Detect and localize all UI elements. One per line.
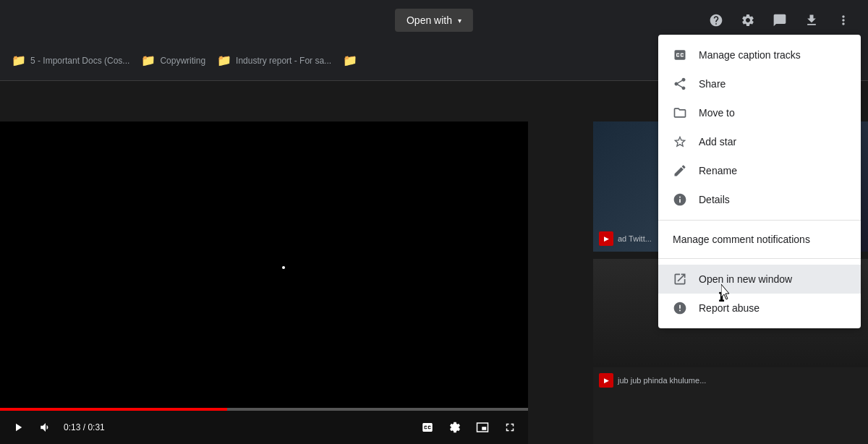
move-to-label: Move to bbox=[699, 107, 735, 119]
manage-comments-label: Manage comment notifications bbox=[673, 234, 810, 245]
menu-item-add-star[interactable]: Add star bbox=[658, 127, 861, 156]
details-label: Details bbox=[699, 194, 730, 205]
manage-caption-label: Manage caption tracks bbox=[699, 49, 801, 61]
menu-item-open-new-window[interactable]: Open in new window bbox=[658, 265, 861, 294]
move-to-icon bbox=[673, 106, 687, 120]
open-new-window-label: Open in new window bbox=[699, 273, 792, 285]
menu-item-report-abuse[interactable]: Report abuse bbox=[658, 294, 861, 323]
menu-divider-1 bbox=[658, 220, 861, 221]
report-abuse-icon bbox=[673, 301, 687, 315]
menu-item-details[interactable]: Details bbox=[658, 185, 861, 214]
rename-icon bbox=[673, 163, 687, 178]
menu-item-share[interactable]: Share bbox=[658, 69, 861, 98]
star-icon bbox=[673, 135, 687, 149]
share-label: Share bbox=[699, 78, 726, 90]
caption-tracks-icon bbox=[673, 48, 687, 62]
report-abuse-label: Report abuse bbox=[699, 302, 760, 314]
context-menu: Manage caption tracks Share Move to Add … bbox=[658, 35, 861, 328]
menu-divider-2 bbox=[658, 258, 861, 259]
menu-item-rename[interactable]: Rename bbox=[658, 156, 861, 185]
rename-label: Rename bbox=[699, 165, 737, 176]
details-icon bbox=[673, 192, 687, 207]
menu-item-move-to[interactable]: Move to bbox=[658, 98, 861, 127]
share-icon bbox=[673, 77, 687, 91]
menu-item-manage-caption[interactable]: Manage caption tracks bbox=[658, 40, 861, 69]
open-new-window-icon bbox=[673, 272, 687, 286]
menu-item-manage-comments[interactable]: Manage comment notifications bbox=[658, 226, 861, 252]
add-star-label: Add star bbox=[699, 136, 736, 148]
